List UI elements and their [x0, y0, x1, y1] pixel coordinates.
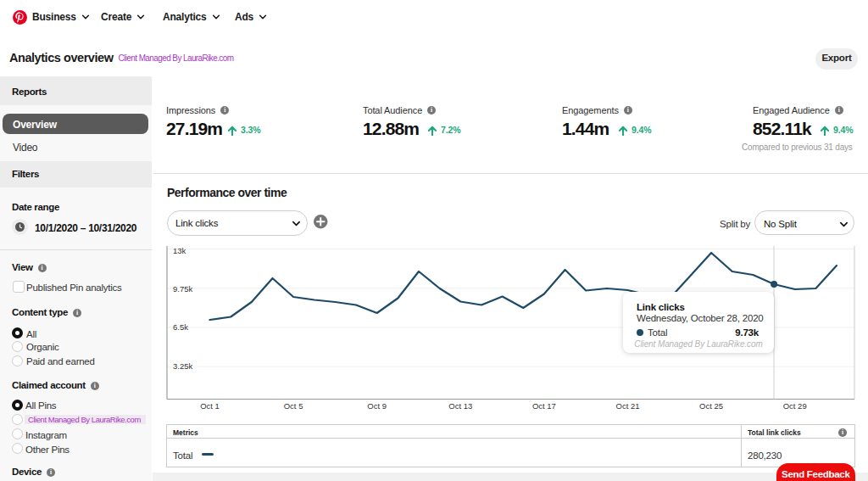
svg-text:Oct 5: Oct 5	[284, 401, 303, 411]
svg-text:6.5k: 6.5k	[173, 322, 188, 332]
svg-text:Oct 29: Oct 29	[783, 401, 807, 411]
svg-text:Oct 21: Oct 21	[616, 401, 640, 411]
svg-text:Oct 17: Oct 17	[532, 401, 556, 411]
svg-text:Oct 1: Oct 1	[200, 401, 220, 411]
svg-text:13k: 13k	[173, 246, 186, 255]
svg-text:Oct 25: Oct 25	[699, 401, 723, 411]
svg-text:9.75k: 9.75k	[173, 284, 192, 294]
svg-text:Oct 9: Oct 9	[367, 401, 387, 411]
svg-text:3.25k: 3.25k	[173, 361, 192, 371]
svg-text:Oct 13: Oct 13	[448, 401, 472, 411]
